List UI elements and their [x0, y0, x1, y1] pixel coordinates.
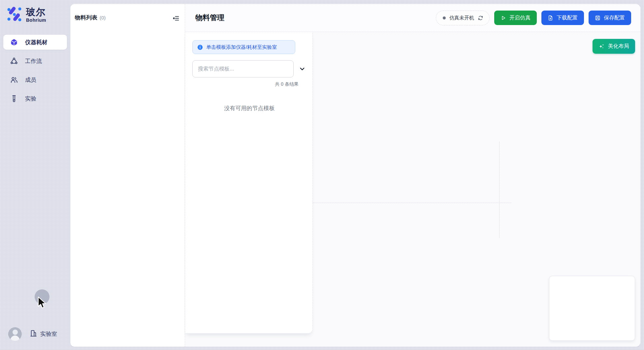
download-config-button[interactable]: 下载配置 [541, 11, 584, 25]
materials-panel-title: 物料列表(0) [75, 14, 106, 21]
brand-logo: 玻尔 Bohrium [3, 7, 67, 23]
refresh-icon[interactable] [478, 15, 483, 21]
empty-template-message: 没有可用的节点模板 [192, 104, 306, 112]
simulation-status-label: 仿真未开机 [449, 15, 474, 21]
mouse-cursor [37, 296, 48, 311]
cube-icon [10, 39, 18, 46]
users-icon [10, 76, 18, 84]
save-icon [595, 15, 600, 21]
minimap[interactable] [549, 276, 635, 341]
sidebar-item-label: 实验 [25, 95, 36, 102]
sidebar-item-experiments[interactable]: 实验 [3, 91, 67, 106]
materials-panel: 物料列表(0) [70, 4, 185, 347]
sidebar-item-label: 仪器耗材 [25, 39, 48, 46]
workflow-icon [10, 57, 18, 65]
hint-banner-text: 单击模板添加仪器/耗材至实验室 [206, 44, 277, 50]
search-input[interactable] [192, 60, 294, 77]
lab-canvas[interactable]: 单击模板添加仪器/耗材至实验室 共 0 条结果 没有可用的节点模板 [185, 32, 640, 347]
result-count: 共 0 条结果 [192, 81, 299, 87]
sidebar-footer: 实验室 [8, 327, 57, 341]
bohrium-logo-icon [7, 7, 22, 23]
sidebar-item-label: 工作流 [25, 57, 42, 65]
test-tube-icon [10, 95, 18, 102]
lab-label: 实验室 [40, 330, 57, 338]
file-download-icon [548, 15, 553, 21]
main-area: 物料管理 仿真未开机 开启仿真 [185, 4, 640, 347]
collapse-panel-icon[interactable] [172, 14, 180, 22]
play-icon [500, 15, 506, 21]
sidebar-item-label: 成员 [25, 76, 36, 84]
save-config-button[interactable]: 保存配置 [589, 11, 631, 25]
materials-count: (0) [100, 15, 106, 20]
status-dot-icon [443, 16, 446, 19]
app-window: 物料列表(0) 物料管理 仿真未开机 [70, 4, 640, 347]
building-icon [30, 330, 37, 339]
beautify-layout-button[interactable]: 美化布局 [593, 39, 635, 54]
simulation-status-pill[interactable]: 仿真未开机 [436, 11, 490, 25]
chevron-down-icon[interactable] [298, 65, 306, 73]
brand-name-en: Bohrium [26, 17, 46, 23]
node-template-panel: 单击模板添加仪器/耗材至实验室 共 0 条结果 没有可用的节点模板 [185, 32, 313, 334]
canvas-guide-vertical [499, 142, 499, 238]
avatar[interactable] [8, 327, 22, 341]
start-simulation-button[interactable]: 开启仿真 [494, 11, 537, 25]
sparkles-icon [598, 43, 605, 49]
hint-banner: 单击模板添加仪器/耗材至实验室 [192, 40, 295, 54]
topbar: 物料管理 仿真未开机 开启仿真 [185, 4, 640, 32]
sidebar-item-instruments[interactable]: 仪器耗材 [3, 35, 67, 50]
brand-name-zh: 玻尔 [26, 7, 46, 17]
canvas-guide-horizontal [313, 203, 511, 203]
sidebar-item-members[interactable]: 成员 [3, 72, 67, 87]
info-icon [197, 44, 203, 50]
sidebar-item-workflow[interactable]: 工作流 [3, 53, 67, 69]
page-title: 物料管理 [195, 13, 224, 23]
lab-switcher[interactable]: 实验室 [30, 330, 57, 339]
